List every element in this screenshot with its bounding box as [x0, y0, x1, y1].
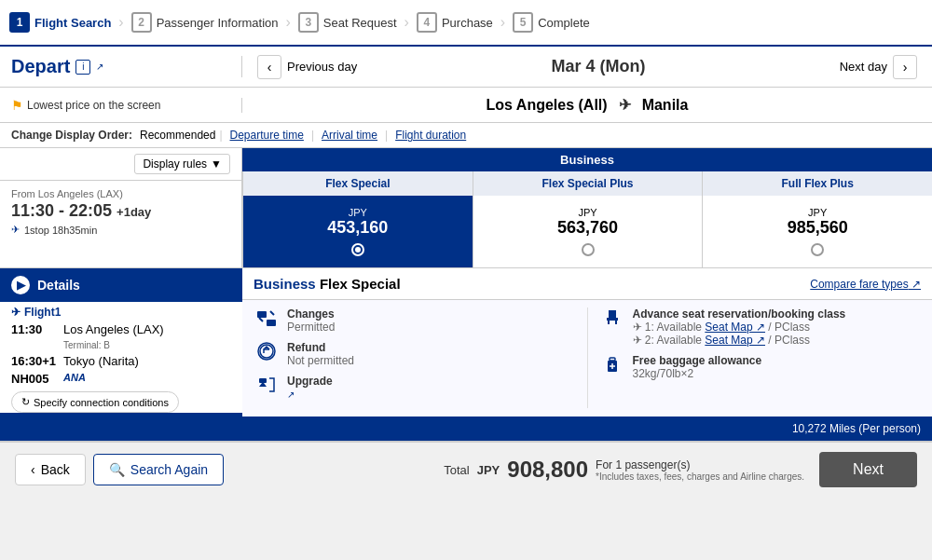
fare-amount-2: 985,560 [788, 218, 848, 238]
depart-title: Depart [11, 56, 70, 77]
upgrade-icon [254, 375, 280, 395]
display-rules-row: Display rules ▼ [0, 148, 241, 181]
info-icon[interactable]: i [75, 60, 90, 75]
svg-rect-4 [610, 358, 615, 361]
sort-label: Change Display Order: [11, 129, 132, 142]
main-content: Depart i ↗ ‹ Previous day Mar 4 (Mon) Ne… [0, 47, 932, 441]
fare-price-flex-special-plus[interactable]: JPY 563,760 [473, 196, 703, 267]
step-1-num: 1 [9, 12, 30, 33]
baggage-item: Free baggage allowance 32kg/70lb×2 [599, 354, 922, 380]
fare-radio-0 [351, 243, 364, 256]
refund-title: Refund [287, 341, 354, 354]
fare-type-flex-special-plus[interactable]: Flex Special Plus [473, 171, 703, 196]
dropdown-icon: ▼ [211, 157, 222, 171]
sort-departure-link[interactable]: Departure time [230, 129, 304, 142]
display-rules-label: Display rules [143, 157, 207, 171]
itin-blank-0 [11, 340, 58, 350]
baggage-icon [599, 354, 625, 375]
time-range: 11:30 - 22:05 +1day [11, 201, 230, 221]
fare-type-flex-special[interactable]: Flex Special [242, 171, 473, 196]
itin-flight-num: NH005 [11, 372, 58, 386]
seat-line-2: ✈ 2: Available Seat Map ↗ / PClass [633, 334, 846, 347]
sep-1: › [118, 14, 123, 31]
changes-title: Changes [287, 307, 335, 321]
changes-item: Changes Permitted [254, 307, 576, 334]
business-header: Business [242, 148, 932, 171]
destination-label: Manila [642, 97, 689, 114]
step-1[interactable]: 1 Flight Search [9, 12, 111, 33]
upgrade-item: Upgrade ↗ [254, 375, 576, 401]
total-pax-section: For 1 passenger(s) *Includes taxes, fees… [596, 458, 804, 482]
flight-details: From Los Angeles (LAX) 11:30 - 22:05 +1d… [0, 181, 241, 243]
fare-types-row: Flex Special Flex Special Plus Full Flex… [242, 171, 932, 196]
upgrade-external-icon: ↗ [287, 389, 295, 400]
origin-label: Los Angeles (All) [487, 97, 608, 114]
seat-map-link-2[interactable]: Seat Map ↗ [705, 334, 765, 347]
svg-rect-2 [259, 378, 267, 383]
fare-radio-2 [811, 243, 824, 256]
total-pax: For 1 passenger(s) [596, 458, 690, 471]
step-3-num: 3 [298, 12, 319, 33]
back-label: Back [41, 462, 70, 477]
specify-connection-button[interactable]: ↻ Specify connection conditions [11, 391, 179, 413]
step-4-num: 4 [417, 12, 437, 33]
total-label: Total [444, 463, 469, 477]
step-3-label: Seat Request [323, 16, 397, 30]
next-day-label: Next day [840, 60, 887, 74]
sort-sep-2: | [311, 129, 314, 142]
baggage-title: Free baggage allowance [633, 354, 762, 367]
upgrade-title: Upgrade [287, 375, 333, 388]
svg-rect-0 [257, 311, 267, 318]
stops-plane-icon: ✈ [11, 224, 20, 236]
prev-day-label: Previous day [287, 60, 357, 74]
fare-price-flex-special[interactable]: JPY 453,160 [242, 196, 473, 267]
fare-price-full-flex-plus[interactable]: JPY 985,560 [702, 196, 932, 267]
sep-3: › [404, 14, 409, 31]
price-flag-icon: ⚑ [11, 98, 23, 113]
search-icon: 🔍 [109, 462, 125, 477]
external-link-icon[interactable]: ↗ [96, 61, 103, 72]
total-section: Total JPY 908,800 For 1 passenger(s) *In… [444, 457, 804, 483]
sort-arrival-link[interactable]: Arrival time [322, 129, 377, 142]
display-rules-button[interactable]: Display rules ▼ [134, 154, 230, 174]
fare-grid: Display rules ▼ From Los Angeles (LAX) 1… [0, 148, 932, 267]
sort-duration-link[interactable]: Flight duration [395, 129, 466, 142]
route-row: ⚑ Lowest price on the screen Los Angeles… [0, 88, 932, 123]
step-4-label: Purchase [442, 16, 493, 30]
back-arrow-icon: ‹ [31, 462, 35, 477]
refund-icon [254, 341, 280, 362]
fare-type-full-flex-plus[interactable]: Full Flex Plus [702, 171, 932, 196]
itinerary-row-flight: NH005 ANA [7, 370, 242, 388]
next-button[interactable]: Next [819, 452, 917, 487]
prev-day-button[interactable]: ‹ [257, 55, 281, 79]
itin-time-1: 16:30+1 [11, 354, 58, 368]
step-1-label: Flight Search [34, 16, 111, 30]
step-4[interactable]: 4 Purchase [417, 12, 493, 33]
next-day-button[interactable]: › [893, 55, 917, 79]
fare-title-fare: Flex Special [320, 276, 401, 292]
itin-airport-1: Tokyo (Narita) [63, 354, 239, 368]
back-button[interactable]: ‹ Back [15, 454, 86, 485]
search-again-button[interactable]: 🔍 Search Again [93, 454, 224, 485]
seat-map-link-1[interactable]: Seat Map ↗ [705, 321, 765, 334]
step-3[interactable]: 3 Seat Request [298, 12, 397, 33]
flight-plane-icon: ✈ [11, 306, 21, 319]
step-2[interactable]: 2 Passenger Information [131, 12, 279, 33]
fare-title-bar: Business Flex Special Compare fare types… [242, 268, 932, 300]
depart-row: Depart i ↗ ‹ Previous day Mar 4 (Mon) Ne… [0, 47, 932, 88]
total-note: *Includes taxes, fees, charges and Airli… [596, 471, 804, 482]
details-circle-icon: ▶ [11, 276, 30, 294]
fare-currency-2: JPY [808, 207, 827, 218]
current-date: Mar 4 (Mon) [551, 57, 645, 76]
route-center: Los Angeles (All) ✈ Manila [242, 96, 932, 114]
flight-itinerary: ✈ Flight1 11:30 Los Angeles (LAX) Termin… [0, 302, 242, 413]
stops-row: ✈ 1stop 18h35min [11, 224, 230, 236]
fare-details-grid: Changes Permitted Refund [242, 300, 932, 416]
compare-fare-types-link[interactable]: Compare fare types ↗ [810, 278, 921, 291]
stops-label: 1stop 18h35min [24, 225, 97, 236]
refresh-icon: ↻ [21, 396, 30, 408]
itinerary-row-terminal: Terminal: B [7, 338, 242, 352]
step-2-label: Passenger Information [157, 16, 279, 30]
step-5[interactable]: 5 Complete [513, 12, 590, 33]
sort-sep-3: | [385, 129, 388, 142]
